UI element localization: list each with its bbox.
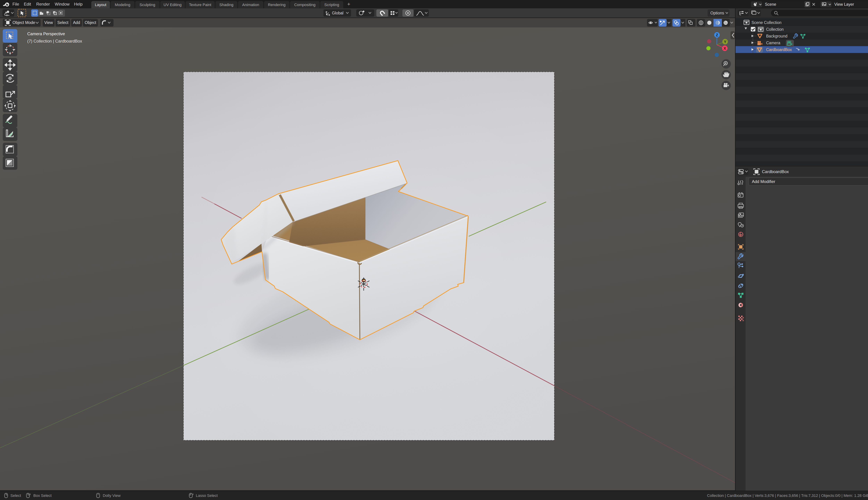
svg-text:Dolly View: Dolly View (103, 493, 121, 498)
svg-text:Y: Y (724, 39, 727, 44)
svg-text:Camera: Camera (766, 41, 780, 45)
svg-text:Box Select: Box Select (33, 493, 52, 498)
svg-text:Z: Z (716, 33, 718, 37)
svg-text:Background: Background (766, 34, 787, 38)
svg-text:View Layer: View Layer (834, 2, 854, 7)
svg-text:View: View (44, 20, 53, 25)
svg-text:Add: Add (73, 20, 80, 25)
svg-text:Collection | CardboardBox | Ve: Collection | CardboardBox | Verts:3,676 … (707, 493, 868, 498)
svg-text:Select: Select (10, 493, 21, 498)
svg-text:(7) Collection | CardboardBox: (7) Collection | CardboardBox (27, 39, 82, 43)
svg-text:Global: Global (332, 11, 343, 15)
svg-text:CardboardBox: CardboardBox (766, 47, 792, 52)
svg-text:CardboardBox: CardboardBox (762, 169, 789, 174)
svg-text:Collection: Collection (766, 27, 784, 32)
svg-text:Object: Object (85, 20, 96, 25)
svg-text:Select: Select (57, 20, 69, 25)
svg-text:Lasso Select: Lasso Select (196, 493, 218, 498)
svg-text:Camera Perspective: Camera Perspective (27, 32, 65, 36)
svg-text:X: X (723, 46, 726, 50)
svg-text:Options: Options (710, 11, 724, 15)
svg-text:Scene Collection: Scene Collection (752, 20, 781, 25)
svg-text:Object Mode: Object Mode (12, 20, 35, 25)
svg-text:Add Modifier: Add Modifier (752, 179, 775, 184)
svg-text:Scene: Scene (765, 2, 776, 7)
